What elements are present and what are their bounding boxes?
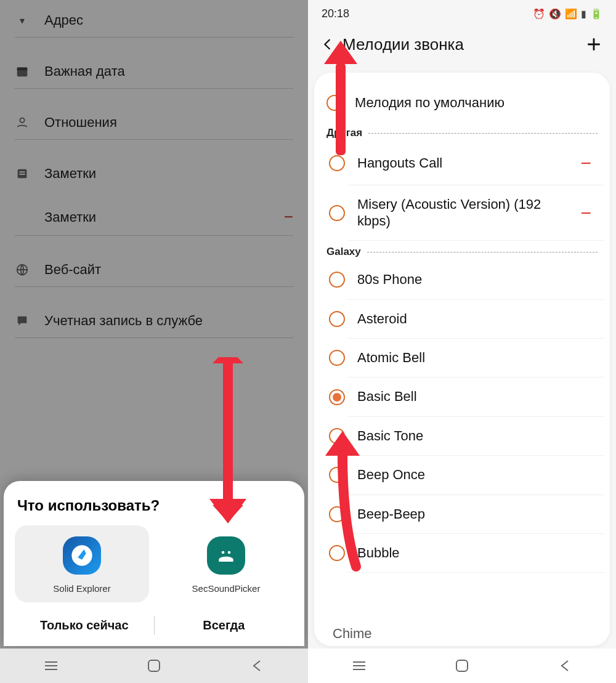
ringtone-item[interactable]: Basic Bell — [347, 378, 604, 416]
alarm-icon: ⏰ — [533, 8, 545, 20]
page-title: Мелодии звонка — [342, 35, 464, 54]
ringtone-label: Bubble — [357, 545, 400, 561]
nav-recents-button[interactable] — [346, 660, 373, 671]
status-bar: 20:18 ⏰ 🔇 📶 ▮ 🔋 — [308, 0, 616, 27]
add-button[interactable] — [582, 32, 606, 57]
ringtone-item-cut[interactable]: Chime — [314, 621, 610, 646]
android-navbar — [0, 649, 308, 683]
radio-icon — [329, 506, 345, 522]
delete-icon[interactable]: − — [580, 153, 595, 174]
radio-icon — [329, 389, 345, 405]
chooser-app-solid-explorer[interactable]: Solid Explorer — [15, 525, 149, 602]
chooser-app-secsoundpicker[interactable]: SecSoundPicker — [159, 525, 293, 602]
svg-point-10 — [228, 551, 231, 554]
svg-rect-19 — [456, 660, 468, 671]
left-phone: ▾ Адрес Важная дата Отношения Заметки За… — [0, 0, 308, 683]
svg-rect-14 — [148, 660, 160, 671]
ringtone-default[interactable]: Мелодия по умолчанию — [320, 84, 604, 122]
ringtone-item[interactable]: 80s Phone — [347, 261, 604, 299]
radio-icon — [329, 311, 345, 327]
radio-icon — [329, 155, 345, 171]
ringtone-label: Hangouts Call — [357, 155, 442, 171]
section-other: Другая — [320, 122, 604, 142]
ringtone-label: Beep-Beep — [357, 506, 425, 522]
ringtone-label: Basic Bell — [357, 389, 417, 405]
nav-home-button[interactable] — [140, 659, 168, 673]
ringtone-label: Basic Tone — [357, 428, 423, 444]
radio-icon — [329, 350, 345, 366]
battery-icon: 🔋 — [590, 8, 602, 20]
chooser-title: Что использовать? — [17, 497, 291, 514]
ringtone-label: Atomic Bell — [357, 350, 425, 366]
chooser-always-button[interactable]: Всегда — [155, 611, 294, 640]
ringtone-item[interactable]: Beep-Beep — [347, 495, 604, 534]
chooser-once-button[interactable]: Только сейчас — [15, 611, 154, 640]
ringtone-label: Chime — [333, 626, 372, 642]
svg-point-9 — [222, 551, 225, 554]
wifi-icon: 📶 — [565, 8, 577, 20]
ringtone-label: Asteroid — [357, 311, 407, 327]
app-label: SecSoundPicker — [192, 583, 261, 594]
radio-icon — [329, 545, 345, 561]
app-label: Solid Explorer — [53, 583, 110, 594]
nav-recents-button[interactable] — [38, 660, 65, 671]
ringtone-label: Мелодия по умолчанию — [355, 95, 505, 111]
radio-icon — [329, 272, 345, 288]
ringtone-item[interactable]: Misery (Acoustic Version) (192 kbps) − — [347, 185, 604, 241]
ringtone-label: 80s Phone — [357, 272, 422, 288]
radio-icon — [329, 205, 345, 221]
svg-rect-8 — [216, 545, 236, 565]
solid-explorer-icon — [63, 536, 101, 575]
android-navbar — [308, 649, 616, 683]
section-label: Другая — [326, 127, 362, 139]
ringtone-list: Мелодия по умолчанию Другая Hangouts Cal… — [314, 73, 610, 646]
signal-icon: ▮ — [581, 8, 586, 20]
ringtone-label: Misery (Acoustic Version) (192 kbps) — [357, 196, 568, 229]
ringtone-item[interactable]: Bubble — [347, 534, 604, 573]
secsoundpicker-icon — [207, 536, 245, 575]
ringtone-item[interactable]: Basic Tone — [347, 417, 604, 456]
nav-back-button[interactable] — [243, 659, 270, 673]
section-galaxy: Galaxy — [320, 241, 604, 261]
ringtone-label: Beep Once — [357, 467, 425, 483]
mute-icon: 🔇 — [549, 8, 561, 20]
back-button[interactable] — [315, 32, 340, 57]
right-phone: 20:18 ⏰ 🔇 📶 ▮ 🔋 Мелодии звонка Мелодия п… — [308, 0, 616, 683]
ringtone-item[interactable]: Beep Once — [347, 456, 604, 495]
status-time: 20:18 — [322, 7, 349, 20]
radio-icon — [326, 95, 342, 111]
app-chooser-sheet: Что использовать? Solid Explorer SecSoun… — [4, 481, 304, 646]
ringtone-item[interactable]: Atomic Bell — [347, 339, 604, 378]
ringtone-item[interactable]: Asteroid — [347, 300, 604, 339]
radio-icon — [329, 428, 345, 444]
nav-home-button[interactable] — [448, 659, 476, 673]
ringtone-item[interactable]: Hangouts Call − — [347, 142, 604, 185]
delete-icon[interactable]: − — [580, 203, 595, 224]
nav-back-button[interactable] — [551, 659, 578, 673]
radio-icon — [329, 467, 345, 483]
section-label: Galaxy — [326, 246, 361, 258]
status-icons: ⏰ 🔇 📶 ▮ 🔋 — [533, 8, 602, 20]
app-bar: Мелодии звонка — [308, 27, 616, 68]
